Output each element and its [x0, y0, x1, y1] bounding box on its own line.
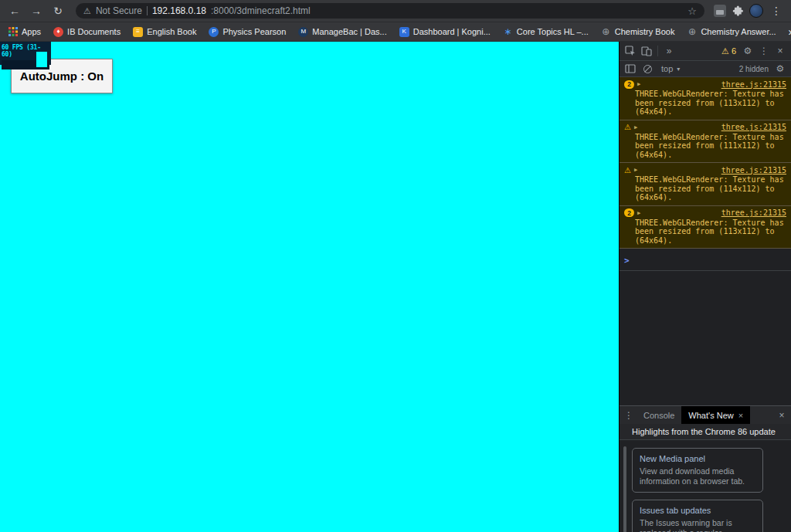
warning-count-badge[interactable]: ⚠ 6 — [718, 46, 739, 56]
warning-count: 6 — [732, 46, 736, 56]
expand-arrow-icon[interactable]: ▶ — [637, 81, 640, 87]
address-bar[interactable]: ⚠ Not Secure 192.168.0.18 :8000/3dminecr… — [76, 3, 704, 19]
clear-console-icon[interactable] — [640, 61, 655, 76]
devtools-drawer: ⋮ Console What's New × × Highlights from… — [620, 405, 791, 532]
url-host: 192.168.0.18 — [152, 5, 206, 16]
console-sidebar-icon[interactable] — [623, 61, 638, 76]
reload-icon[interactable]: ↻ — [49, 0, 66, 22]
repeat-count-badge: 2 — [624, 208, 634, 217]
bookmark-label: Core Topics HL –... — [517, 27, 589, 36]
bookmark-label: IB Documents — [67, 27, 121, 36]
source-link[interactable]: three.js:21315 — [721, 123, 786, 131]
bookmark-dashboard-kognity[interactable]: K Dashboard | Kogni... — [399, 27, 491, 37]
bookmark-apps[interactable]: Apps — [8, 27, 41, 37]
bookmark-chemistry-book[interactable]: ⊕ Chemistry Book — [601, 27, 675, 37]
devtools-close-icon[interactable]: × — [772, 43, 788, 59]
expand-arrow-icon[interactable]: ▶ — [634, 124, 637, 130]
tab-whats-new[interactable]: What's New × — [681, 406, 750, 424]
forward-icon[interactable]: → — [28, 0, 45, 22]
bookmark-english-book[interactable]: ≡ English Book — [133, 27, 196, 37]
prompt-chevron-icon: > — [624, 256, 630, 266]
bookmark-label: ManageBac | Das... — [312, 27, 386, 36]
globe-icon: ⊕ — [601, 27, 611, 37]
console-warning-message: ⚠ ▶ three.js:21315 THREE.WebGLRenderer: … — [620, 163, 791, 206]
back-icon[interactable]: ← — [6, 0, 23, 22]
whats-new-card-media[interactable]: New Media panel View and download media … — [632, 448, 763, 493]
bookmarks-bar: Apps ♦ IB Documents ≡ English Book P Phy… — [0, 22, 791, 42]
tab-label: What's New — [688, 411, 733, 420]
browser-menu-icon[interactable]: ⋮ — [768, 0, 785, 22]
tab-close-icon[interactable]: × — [738, 411, 743, 420]
more-tabs-icon[interactable]: » — [661, 43, 677, 59]
bookmark-label: Dashboard | Kogni... — [413, 27, 491, 36]
source-link[interactable]: three.js:21315 — [721, 208, 786, 217]
whats-new-card-issues[interactable]: Issues tab updates The Issues warning ba… — [632, 500, 763, 532]
console-messages: 2 ▶ three.js:21315 THREE.WebGLRenderer: … — [620, 77, 791, 405]
card-title: Issues tab updates — [640, 506, 755, 515]
bookmark-label: English Book — [147, 27, 196, 36]
card-body: The Issues warning bar is replaced with … — [640, 518, 755, 532]
extensions-puzzle-icon[interactable] — [731, 3, 745, 19]
bookmark-favicon: K — [399, 27, 409, 37]
message-text: THREE.WebGLRenderer: Texture has been re… — [635, 133, 786, 160]
warning-triangle-icon: ⚠ — [624, 123, 631, 131]
profile-avatar[interactable] — [749, 4, 763, 18]
whats-new-body: New Media panel View and download media … — [620, 440, 791, 532]
console-prompt[interactable]: > — [620, 249, 791, 271]
bookmark-favicon: ♦ — [53, 27, 63, 37]
bookmark-label: Apps — [22, 27, 41, 36]
drawer-close-icon[interactable]: × — [774, 408, 789, 423]
device-toolbar-icon[interactable] — [639, 43, 654, 59]
bookmark-favicon: M — [298, 27, 308, 37]
message-text: THREE.WebGLRenderer: Texture has been re… — [635, 90, 786, 117]
bookmarks-overflow-icon[interactable]: » — [789, 25, 791, 38]
bookmark-favicon: P — [209, 27, 219, 37]
toolbar-divider — [657, 46, 658, 56]
scrollbar[interactable] — [623, 446, 626, 532]
bookmark-core-topics[interactable]: ∗ Core Topics HL –... — [503, 27, 589, 37]
drawer-tab-bar: ⋮ Console What's New × × — [620, 406, 791, 424]
drawer-menu-icon[interactable]: ⋮ — [621, 408, 637, 423]
card-body: View and download media information on a… — [640, 466, 755, 486]
console-warning-message: 2 ▶ three.js:21315 THREE.WebGLRenderer: … — [620, 77, 791, 120]
bookmark-label: Physics Pearson — [222, 27, 286, 36]
expand-arrow-icon[interactable]: ▶ — [634, 167, 637, 173]
bookmark-chemistry-answer[interactable]: ⊕ Chemistry Answer... — [687, 27, 776, 37]
chevron-down-icon: ▾ — [677, 66, 680, 73]
devtools-settings-icon[interactable]: ⚙ — [740, 43, 755, 59]
warning-triangle-icon: ⚠ — [624, 166, 631, 175]
tab-console[interactable]: Console — [637, 406, 681, 424]
warning-triangle-icon: ⚠ — [721, 46, 729, 56]
not-secure-icon: ⚠ — [83, 6, 91, 16]
browser-toolbar: ← → ↻ ⚠ Not Secure 192.168.0.18 :8000/3d… — [0, 0, 791, 22]
bookmark-managebac[interactable]: M ManageBac | Das... — [298, 27, 386, 37]
javascript-context-dropdown[interactable]: top ▾ — [657, 64, 684, 73]
bookmark-ib-documents[interactable]: ♦ IB Documents — [53, 27, 121, 37]
console-settings-icon[interactable]: ⚙ — [772, 61, 788, 76]
expand-arrow-icon[interactable]: ▶ — [637, 210, 640, 216]
devtools-panel: » ⚠ 6 ⚙ ⋮ × top ▾ 2 hidden ⚙ 2 ▶ — [619, 42, 791, 532]
bookmark-label: Chemistry Book — [615, 27, 675, 36]
source-link[interactable]: three.js:21315 — [721, 80, 786, 89]
message-text: THREE.WebGLRenderer: Texture has been re… — [635, 219, 786, 246]
apps-grid-icon — [8, 27, 18, 37]
bookmark-star-icon[interactable]: ☆ — [687, 5, 697, 17]
devtools-menu-icon[interactable]: ⋮ — [756, 43, 772, 59]
repeat-count-badge: 2 — [624, 80, 634, 89]
console-warning-message: 2 ▶ three.js:21315 THREE.WebGLRenderer: … — [620, 206, 791, 249]
whats-new-header: Highlights from the Chrome 86 update — [620, 424, 791, 440]
extension-icon[interactable] — [714, 5, 726, 17]
url-path: :8000/3dminecraft2.html — [211, 5, 311, 16]
bookmark-favicon: ≡ — [133, 27, 143, 37]
message-text: THREE.WebGLRenderer: Texture has been re… — [635, 175, 786, 202]
fps-label: 60 FPS (31-60) — [2, 44, 41, 58]
inspect-icon[interactable] — [623, 43, 638, 59]
bookmark-physics-pearson[interactable]: P Physics Pearson — [209, 27, 286, 37]
not-secure-label[interactable]: Not Secure — [96, 5, 142, 16]
bookmark-favicon: ∗ — [503, 27, 513, 37]
globe-icon: ⊕ — [687, 27, 697, 37]
card-title: New Media panel — [640, 454, 755, 463]
game-canvas[interactable]: 60 FPS (31-60) AutoJump : On — [0, 42, 619, 532]
source-link[interactable]: three.js:21315 — [721, 166, 786, 175]
devtools-main-toolbar: » ⚠ 6 ⚙ ⋮ × — [620, 42, 791, 61]
